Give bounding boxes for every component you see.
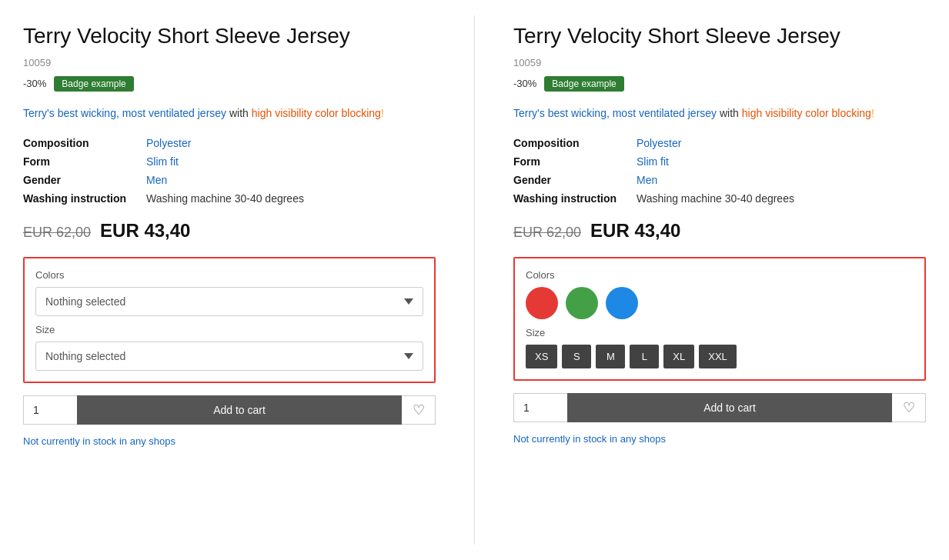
- right-desc-part2: with: [720, 107, 739, 119]
- right-attr-washing: Washing instruction Washing machine 30-4…: [513, 192, 926, 205]
- right-color-swatch-blue[interactable]: [606, 287, 638, 319]
- right-heart-icon: ♡: [903, 399, 915, 416]
- right-badge-green: Badge example: [544, 76, 623, 92]
- right-size-btn-xl[interactable]: XL: [663, 345, 694, 368]
- left-attr-value-gender: Men: [146, 174, 167, 186]
- left-price-row: EUR 62,00 EUR 43,40: [23, 220, 436, 242]
- right-price-original: EUR 62,00: [513, 225, 581, 241]
- left-attr-value-form: Slim fit: [146, 155, 179, 168]
- right-price-row: EUR 62,00 EUR 43,40: [513, 220, 926, 242]
- left-desc-part2: with: [229, 107, 249, 119]
- right-attr-label-form: Form: [513, 155, 637, 168]
- left-size-select[interactable]: Nothing selected: [35, 342, 423, 371]
- right-wishlist-button[interactable]: ♡: [892, 393, 926, 422]
- left-size-label: Size: [35, 324, 423, 335]
- right-product-panel: Terry Velocity Short Sleeve Jersey 10059…: [513, 15, 926, 545]
- left-wishlist-button[interactable]: ♡: [402, 395, 436, 425]
- right-size-btn-l[interactable]: L: [630, 345, 659, 368]
- right-desc-part1: Terry's best wicking, most ventilated je…: [513, 107, 720, 119]
- right-size-btn-m[interactable]: M: [596, 345, 625, 368]
- left-add-to-cart-button[interactable]: Add to cart: [77, 395, 402, 425]
- right-color-swatches: [526, 287, 914, 319]
- left-desc-part4: !: [381, 107, 384, 119]
- right-size-btn-xxl[interactable]: XXL: [699, 345, 737, 368]
- right-color-swatch-green[interactable]: [566, 287, 598, 319]
- left-product-description: Terry's best wicking, most ventilated je…: [23, 105, 436, 122]
- right-attr-gender: Gender Men: [513, 174, 926, 186]
- left-stock-info: Not currently in stock in any shops: [23, 435, 436, 447]
- right-desc-part3: high visibility color blocking: [739, 107, 871, 119]
- right-attrs-table: Composition Polyester Form Slim fit Gend…: [513, 137, 926, 205]
- right-desc-part4: !: [871, 107, 874, 119]
- right-colors-label: Colors: [526, 269, 914, 281]
- right-attr-label-washing: Washing instruction: [513, 192, 637, 205]
- right-size-btn-xs[interactable]: XS: [526, 345, 557, 368]
- left-attr-gender: Gender Men: [23, 174, 436, 186]
- right-size-buttons: XS S M L XL XXL: [526, 345, 914, 368]
- right-stock-info: Not currently in stock in any shops: [513, 433, 926, 445]
- right-add-to-cart-row: Add to cart ♡: [513, 393, 926, 422]
- right-product-sku: 10059: [513, 57, 926, 68]
- right-add-to-cart-button[interactable]: Add to cart: [567, 393, 892, 422]
- left-attr-label-composition: Composition: [23, 137, 146, 149]
- right-variant-box: Colors Size XS S M L XL XXL: [513, 257, 926, 381]
- left-desc-part1: Terry's best wicking, most ventilated je…: [23, 107, 229, 119]
- left-attr-composition: Composition Polyester: [23, 137, 436, 149]
- left-attr-form: Form Slim fit: [23, 155, 436, 168]
- left-variant-box: Colors Nothing selected Size Nothing sel…: [23, 257, 436, 383]
- left-attr-label-washing: Washing instruction: [23, 192, 146, 205]
- left-attr-label-gender: Gender: [23, 174, 146, 186]
- right-size-btn-s[interactable]: S: [562, 345, 591, 368]
- right-attr-value-composition: Polyester: [637, 137, 681, 149]
- left-attr-value-composition: Polyester: [146, 137, 191, 149]
- right-attr-value-washing: Washing machine 30-40 degrees: [637, 192, 794, 205]
- right-attr-label-gender: Gender: [513, 174, 637, 186]
- left-qty-input[interactable]: [23, 395, 77, 425]
- right-attr-form: Form Slim fit: [513, 155, 926, 168]
- left-attr-value-washing: Washing machine 30-40 degrees: [146, 192, 304, 205]
- left-attr-washing: Washing instruction Washing machine 30-4…: [23, 192, 436, 205]
- right-product-title: Terry Velocity Short Sleeve Jersey: [513, 23, 926, 49]
- left-badge-green: Badge example: [54, 76, 133, 92]
- left-product-title: Terry Velocity Short Sleeve Jersey: [23, 23, 436, 49]
- right-attr-value-form: Slim fit: [637, 155, 669, 168]
- left-product-sku: 10059: [23, 57, 436, 68]
- left-product-panel: Terry Velocity Short Sleeve Jersey 10059…: [23, 15, 436, 545]
- left-attr-label-form: Form: [23, 155, 146, 168]
- right-product-description: Terry's best wicking, most ventilated je…: [513, 105, 926, 122]
- panel-divider: [474, 15, 475, 545]
- right-size-label: Size: [526, 327, 914, 338]
- right-attr-value-gender: Men: [637, 174, 657, 186]
- left-desc-part3: high visibility color blocking: [249, 107, 381, 119]
- left-attrs-table: Composition Polyester Form Slim fit Gend…: [23, 137, 436, 205]
- left-heart-icon: ♡: [413, 402, 425, 418]
- left-colors-label: Colors: [35, 269, 423, 281]
- left-price-original: EUR 62,00: [23, 225, 91, 241]
- right-attr-composition: Composition Polyester: [513, 137, 926, 149]
- left-price-discounted: EUR 43,40: [100, 220, 190, 242]
- left-badges-row: -30% Badge example: [23, 76, 436, 92]
- right-qty-input[interactable]: [513, 393, 567, 422]
- left-add-to-cart-row: Add to cart ♡: [23, 395, 436, 425]
- right-discount-badge: -30%: [513, 78, 536, 89]
- left-colors-select[interactable]: Nothing selected: [35, 287, 423, 316]
- right-attr-label-composition: Composition: [513, 137, 637, 149]
- left-discount-badge: -30%: [23, 78, 46, 89]
- right-color-swatch-red[interactable]: [526, 287, 558, 319]
- right-badges-row: -30% Badge example: [513, 76, 926, 92]
- right-price-discounted: EUR 43,40: [590, 220, 680, 242]
